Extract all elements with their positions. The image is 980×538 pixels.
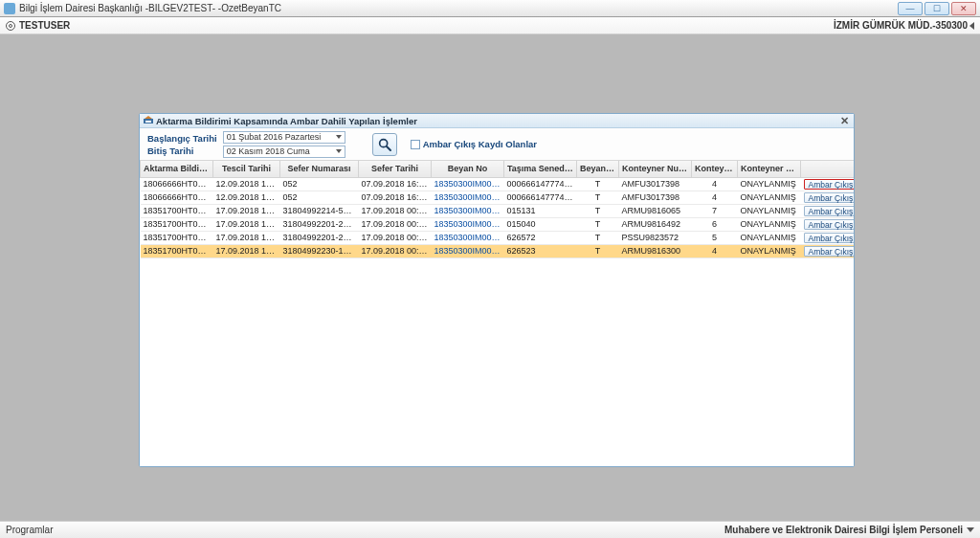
table-cell: 07.09.2018 16:0... [359, 191, 432, 204]
table-cell: ONAYLANMIŞ [738, 231, 801, 244]
table-cell: 015040 [504, 217, 577, 231]
table-cell: 17.09.2018 00:0... [359, 231, 432, 244]
col-header[interactable]: Konteyner Durum [738, 161, 801, 177]
table-cell: 17.09.2018 12:4... [213, 204, 280, 217]
end-date-value: 02 Kasım 2018 Cuma [227, 146, 310, 156]
table-cell: 5 [692, 231, 738, 244]
table-cell: 4 [692, 177, 738, 191]
ambar-cikis-button[interactable]: Ambar Çıkış [804, 219, 855, 230]
table-cell: 17.09.2018 00:0... [359, 204, 432, 217]
search-icon [377, 137, 392, 152]
table-row[interactable]: 18351700HT00003617.09.2018 12:4...318049… [141, 217, 855, 231]
titlebar: Bilgi İşlem Dairesi Başkanlığı -BILGEV2T… [0, 0, 980, 17]
app-icon [4, 3, 15, 14]
table-cell: 17.09.2018 12:4... [213, 231, 280, 244]
ambar-cikis-button[interactable]: Ambar Çıkış [804, 206, 855, 216]
statusbar-right[interactable]: Muhabere ve Elektronik Dairesi Bilgi İşl… [724, 525, 974, 535]
table-row[interactable]: 18066666HT00005912.09.2018 15:2...05207.… [141, 177, 855, 191]
table-cell: 18350300IM000024 [432, 177, 504, 191]
table-cell: ONAYLANMIŞ [738, 244, 801, 258]
statusbar-left[interactable]: Programlar [6, 525, 53, 535]
table-cell: 18350300IM000024 [432, 191, 504, 204]
col-header[interactable]: Tescil Tarihi [213, 161, 280, 177]
svg-line-3 [387, 146, 390, 150]
table-cell: 18066666HT000062 [141, 191, 213, 204]
table-cell-action: Ambar Çıkış [801, 231, 855, 244]
statusbar-right-text: Muhabere ve Elektronik Dairesi Bilgi İşl… [724, 525, 963, 535]
start-date-value: 01 Şubat 2016 Pazartesi [227, 132, 322, 142]
table-cell: 18066666HT000059 [141, 177, 213, 191]
end-date-input[interactable]: 02 Kasım 2018 Cuma [223, 146, 345, 158]
table-cell-action: Ambar Çıkış [801, 191, 855, 204]
filter-checkbox-wrap[interactable]: Ambar Çıkış Kaydı Olanlar [411, 139, 537, 149]
table-cell: 18350300IM000102 [432, 204, 504, 217]
table-cell: 18351700HT000037 [141, 244, 213, 258]
table-row[interactable]: 18351700HT00003717.09.2018 12:4...318049… [141, 244, 855, 258]
filter-labels: Başlangıç Tarihi Bitiş Tarihi [147, 133, 217, 156]
close-button[interactable]: ✕ [951, 2, 976, 15]
col-header[interactable]: Sefer Numarası [280, 161, 359, 177]
results-table: Aktarma Bildirim NoTescil TarihiSefer Nu… [140, 161, 854, 258]
window-title: Bilgi İşlem Dairesi Başkanlığı -BILGEV2T… [19, 3, 898, 13]
user-label: TESTUSER [19, 20, 70, 31]
table-cell: ARMU9816492 [619, 217, 692, 231]
table-cell: 31804992230-1C000... [280, 244, 359, 258]
col-header[interactable]: Taşıma Senedi No [504, 161, 577, 177]
table-cell: 052 [280, 177, 359, 191]
ambar-cikis-button[interactable]: Ambar Çıkış [804, 233, 855, 243]
table-cell: 052 [280, 191, 359, 204]
table-cell-action: Ambar Çıkış [801, 177, 855, 191]
dialog-icon [144, 116, 153, 125]
col-header[interactable]: Beyan No [432, 161, 504, 177]
table-cell: 12.09.2018 15:2... [213, 177, 280, 191]
table-cell: T [577, 244, 619, 258]
table-cell: 18351700HT000036 [141, 217, 213, 231]
table-cell: 17.09.2018 12:4... [213, 244, 280, 258]
table-cell: PSSU9823572 [619, 231, 692, 244]
search-button[interactable] [372, 133, 397, 156]
col-header[interactable]: Beyan Türü [577, 161, 619, 177]
ambar-cikis-button[interactable]: Ambar Çıkış [804, 192, 855, 203]
table-row[interactable]: 18351700HT00003617.09.2018 12:4...318049… [141, 231, 855, 244]
table-row[interactable]: 18066666HT00006212.09.2018 16:2...05207.… [141, 191, 855, 204]
table-cell: 31804992201-2C000... [280, 231, 359, 244]
maximize-button[interactable]: ☐ [924, 2, 949, 15]
table-cell: ONAYLANMIŞ [738, 191, 801, 204]
window-controls: — ☐ ✕ [898, 2, 976, 15]
dialog-title: Aktarma Bildirimi Kapsamında Ambar Dahil… [156, 116, 417, 126]
end-date-label: Bitiş Tarihi [147, 146, 217, 156]
chevron-down-icon [336, 135, 342, 139]
table-cell: ONAYLANMIŞ [738, 204, 801, 217]
table-cell: 18350300IM000108 [432, 231, 504, 244]
table-cell: 18350300IM000103 [432, 217, 504, 231]
table-cell: 12.09.2018 16:2... [213, 191, 280, 204]
col-header[interactable]: Aktarma Bildirim No [141, 161, 213, 177]
dialog-window: Aktarma Bildirimi Kapsamında Ambar Dahil… [139, 113, 855, 467]
minimize-button[interactable]: — [898, 2, 923, 15]
table-cell: 4 [692, 191, 738, 204]
col-header[interactable]: Sefer Tarihi [359, 161, 432, 177]
col-header[interactable]: Konteyner Numarası [619, 161, 692, 177]
filter-checkbox-label: Ambar Çıkış Kaydı Olanlar [423, 139, 537, 149]
table-cell: AMFU3017398 [619, 177, 692, 191]
checkbox-icon[interactable] [411, 140, 420, 149]
status-bar: Programlar Muhabere ve Elektronik Daires… [0, 521, 980, 538]
table-cell: 18350300IM000106 [432, 244, 504, 258]
chevron-down-icon [336, 149, 342, 153]
table-row[interactable]: 18351700HT00003417.09.2018 12:4...318049… [141, 204, 855, 217]
ambar-cikis-button[interactable]: Ambar Çıkış [804, 179, 855, 190]
office-label[interactable]: İZMİR GÜMRÜK MÜD.-350300 [834, 20, 974, 31]
table-cell: 626572 [504, 231, 577, 244]
start-date-label: Başlangıç Tarihi [147, 133, 217, 144]
dialog-close-button[interactable]: ✕ [838, 115, 850, 126]
col-header[interactable] [801, 161, 855, 177]
table-cell: 626523 [504, 244, 577, 258]
table-cell: 31804992201-2C000... [280, 217, 359, 231]
start-date-input[interactable]: 01 Şubat 2016 Pazartesi [223, 131, 345, 144]
col-header[interactable]: Konteyner Kap Adedi [692, 161, 738, 177]
ambar-cikis-button[interactable]: Ambar Çıkış [804, 246, 855, 257]
table-cell: 17.09.2018 12:4... [213, 217, 280, 231]
table-cell: 17.09.2018 00:0... [359, 217, 432, 231]
table-cell: 000666147774798 [504, 177, 577, 191]
table-cell: 7 [692, 204, 738, 217]
